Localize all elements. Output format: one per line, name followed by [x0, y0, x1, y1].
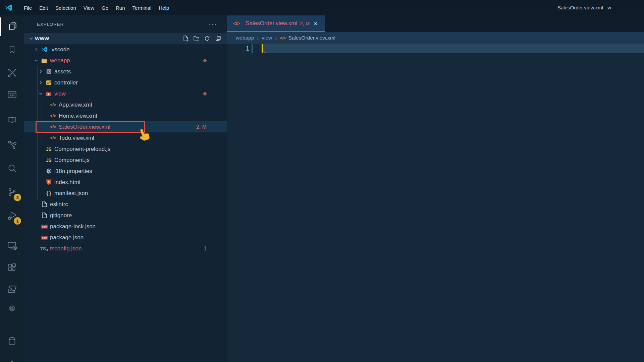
- remote-explorer-icon: [7, 240, 17, 252]
- menu-file[interactable]: File: [20, 3, 36, 12]
- npm-icon: npm: [40, 236, 49, 240]
- text-cursor-caret: [262, 44, 263, 53]
- section-header-www[interactable]: WWW: [24, 33, 227, 44]
- search-icon: [7, 163, 17, 175]
- tree-item-app-view-xml[interactable]: </>App.view.xml: [24, 99, 227, 110]
- assets-icon: [44, 69, 53, 74]
- tree-item-component-js[interactable]: JSComponent.js: [24, 155, 227, 166]
- collapse-all-icon[interactable]: [214, 35, 221, 42]
- menu-terminal[interactable]: Terminal: [129, 3, 155, 12]
- terminal-icon: [7, 284, 17, 296]
- properties-icon: [44, 168, 53, 174]
- activity-bookmarks[interactable]: [0, 41, 24, 60]
- file-icon: [40, 213, 49, 218]
- tree-item-label: Component-preload.js: [54, 146, 110, 153]
- view-folder-icon: [44, 91, 53, 97]
- activity-remote-explorer[interactable]: [0, 237, 24, 256]
- tree-item-label: package-lock.json: [50, 223, 96, 230]
- refresh-icon[interactable]: [204, 35, 210, 42]
- xml-icon: </>: [233, 20, 240, 26]
- git-modified-dot: [203, 92, 207, 96]
- activity-explorer[interactable]: [0, 17, 24, 36]
- partial-bottom-icon: [7, 360, 17, 362]
- activity-extensions[interactable]: [0, 259, 24, 278]
- tree-item-todo-view-xml[interactable]: </>Todo.view.xml: [24, 132, 227, 143]
- activity-partial-bottom[interactable]: [0, 354, 24, 362]
- browser-icon: [7, 304, 17, 314]
- bookmarks-icon: [7, 45, 17, 56]
- menu-help[interactable]: Help: [155, 3, 173, 12]
- vscode-logo-icon[interactable]: [5, 4, 13, 12]
- tree-item-view[interactable]: view: [24, 88, 227, 99]
- tree-item-label: Todo.view.xml: [59, 135, 94, 141]
- menu-edit[interactable]: Edit: [36, 3, 52, 12]
- breadcrumb-item-webapp[interactable]: webapp: [236, 35, 254, 41]
- activity-run-debug[interactable]: 1: [0, 207, 24, 226]
- database-icon: [7, 336, 17, 348]
- tree-item-component-preload-js[interactable]: JSComponent-preload.js: [24, 143, 227, 155]
- tree-item-label: tsconfig.json: [50, 245, 82, 252]
- activity-api[interactable]: API: [0, 86, 24, 105]
- activity-search[interactable]: [0, 160, 24, 179]
- breadcrumb-separator: ›: [257, 35, 259, 41]
- tree-item-controller[interactable]: controller: [24, 77, 227, 88]
- chevron-right-icon: [33, 47, 40, 52]
- tools-icon: [7, 67, 17, 79]
- tree-item-webapp[interactable]: webapp: [24, 55, 227, 66]
- activity-docs-book[interactable]: [0, 111, 24, 130]
- tree-item-label: Component.js: [54, 157, 90, 164]
- tree-item-gitignore[interactable]: gitignore: [24, 210, 227, 221]
- new-folder-icon[interactable]: [193, 35, 200, 42]
- tree-item-label: index.html: [54, 179, 80, 186]
- menu-go[interactable]: Go: [98, 3, 112, 12]
- tab-salesorder-view-xml[interactable]: </> SalesOrder.view.xml 2, M ×: [227, 15, 325, 32]
- svg-text:npm: npm: [42, 236, 47, 239]
- npm-icon: npm: [40, 225, 49, 229]
- api-icon: API: [7, 89, 17, 101]
- breadcrumb-item-view[interactable]: view: [262, 35, 272, 41]
- menu-run[interactable]: Run: [112, 3, 129, 12]
- activity-tools[interactable]: [0, 64, 24, 82]
- breadcrumb-item-salesorder-view-xml[interactable]: SalesOrder.view.xml: [288, 35, 335, 41]
- title-bar: FileEditSelectionViewGoRunTerminalHelp S…: [0, 0, 644, 15]
- menu-selection[interactable]: Selection: [52, 3, 80, 12]
- chevron-right-icon: [37, 69, 44, 74]
- tree-item-assets[interactable]: assets: [24, 66, 227, 77]
- file-icon: [40, 201, 49, 207]
- tree-item-tsconfig-json[interactable]: TStsconfig.json1: [24, 243, 227, 254]
- tree-item-vscode[interactable]: .vscode: [24, 44, 227, 55]
- tree-item-eslintrc[interactable]: eslintrc: [24, 199, 227, 210]
- tree-item-home-view-xml[interactable]: </>Home.view.xml: [24, 110, 227, 121]
- new-file-icon[interactable]: [182, 35, 189, 42]
- chevron-right-icon: [37, 80, 44, 85]
- chevron-down-icon: [33, 58, 40, 63]
- gutter-modified-mark: [252, 44, 253, 53]
- menu-view[interactable]: View: [80, 3, 98, 12]
- close-icon[interactable]: ×: [314, 20, 318, 27]
- activity-database[interactable]: [0, 333, 24, 351]
- tree-item-index-html[interactable]: 5index.html: [24, 177, 227, 188]
- tree-item-manifest-json[interactable]: { }manifest.json: [24, 188, 227, 199]
- file-tree: .vscodewebappassetscontrollerview</>App.…: [24, 44, 227, 254]
- section-toolbar: [182, 35, 221, 42]
- activity-browser[interactable]: [0, 300, 24, 318]
- editor-code-area[interactable]: 1: [227, 44, 644, 362]
- tree-item-label: assets: [54, 68, 71, 75]
- tree-item-salesorder-view-xml[interactable]: </>SalesOrder.view.xml2, M: [24, 121, 227, 132]
- activity-terminal[interactable]: [0, 281, 24, 299]
- tree-item-label: manifest.json: [54, 190, 88, 197]
- tree-item-label: .vscode: [50, 46, 70, 53]
- json-braces-icon: { }: [44, 191, 53, 196]
- tree-item-package-json[interactable]: npmpackage.json: [24, 232, 227, 243]
- xml-icon: </>: [49, 102, 57, 107]
- chevron-down-icon: [37, 91, 44, 96]
- section-label: WWW: [35, 36, 49, 41]
- activity-source-control[interactable]: 3: [0, 183, 24, 202]
- git-modified-dot: [203, 59, 207, 62]
- svg-text:5: 5: [48, 180, 50, 184]
- current-line-highlight: [261, 44, 644, 53]
- more-actions-icon[interactable]: ···: [209, 22, 217, 26]
- activity-diagram[interactable]: [0, 136, 24, 155]
- tree-item-i18n-properties[interactable]: i18n.properties: [24, 166, 227, 177]
- tree-item-package-lock-json[interactable]: npmpackage-lock.json: [24, 221, 227, 232]
